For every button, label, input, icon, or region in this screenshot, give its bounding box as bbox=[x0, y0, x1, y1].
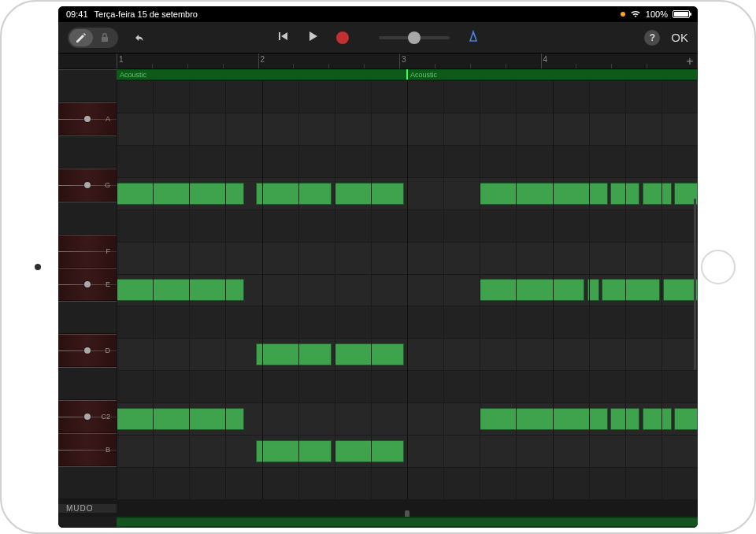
wifi-icon bbox=[630, 10, 641, 18]
midi-note[interactable] bbox=[256, 183, 332, 205]
status-time: 09:41 bbox=[66, 9, 88, 19]
midi-note[interactable] bbox=[643, 408, 672, 430]
fret-dot-icon bbox=[84, 182, 91, 188]
mute-row: MUDO bbox=[58, 499, 698, 517]
status-bar: 09:41 Terça-feira 15 de setembro 100% bbox=[58, 6, 698, 22]
transport-controls bbox=[276, 30, 480, 46]
app-screen: 09:41 Terça-feira 15 de setembro 100% bbox=[58, 6, 698, 528]
string-label: C2 bbox=[101, 413, 110, 421]
ipad-frame: 09:41 Terça-feira 15 de setembro 100% bbox=[0, 0, 756, 534]
fret-dot-icon bbox=[84, 116, 91, 122]
volume-slider[interactable] bbox=[379, 36, 450, 39]
fret-dot-icon bbox=[84, 347, 91, 354]
string-row: D bbox=[58, 334, 117, 367]
midi-note[interactable] bbox=[674, 408, 698, 430]
ruler-bar-label: 3 bbox=[402, 55, 406, 64]
hscroll-thumb[interactable] bbox=[117, 518, 698, 526]
string-label: G bbox=[105, 181, 110, 189]
midi-note[interactable] bbox=[663, 280, 698, 302]
vertical-scroll-indicator[interactable] bbox=[694, 198, 696, 370]
ok-button[interactable]: OK bbox=[671, 31, 688, 44]
string-row bbox=[58, 135, 117, 169]
fret-dot-icon bbox=[84, 281, 91, 287]
edit-mode-toggle[interactable] bbox=[68, 28, 118, 48]
string-row bbox=[58, 466, 117, 499]
toolbar: ? OK bbox=[58, 22, 698, 54]
region-header: Acoustic Acoustic bbox=[117, 69, 698, 80]
string-panel: AGFEDC2B bbox=[58, 69, 117, 499]
note-grid[interactable]: Acoustic Acoustic bbox=[117, 69, 698, 499]
midi-note[interactable] bbox=[335, 440, 405, 462]
undo-button[interactable] bbox=[128, 27, 150, 49]
timeline-ruler[interactable]: 1234 + bbox=[58, 54, 698, 69]
horizontal-scrollbar[interactable] bbox=[58, 517, 698, 528]
battery-percent: 100% bbox=[646, 9, 668, 19]
camera-icon bbox=[35, 264, 41, 270]
ruler-bar-label: 2 bbox=[261, 55, 265, 64]
metronome-button[interactable] bbox=[467, 30, 480, 46]
string-row bbox=[58, 202, 117, 235]
string-label: D bbox=[106, 347, 111, 354]
ruler-bar-label: 1 bbox=[119, 55, 124, 64]
midi-note[interactable] bbox=[335, 183, 405, 205]
string-row: B bbox=[58, 433, 117, 466]
string-row: A bbox=[58, 102, 117, 135]
location-dot-icon bbox=[621, 12, 625, 17]
volume-thumb[interactable] bbox=[408, 32, 421, 44]
rewind-button[interactable] bbox=[276, 30, 289, 46]
status-date: Terça-feira 15 de setembro bbox=[94, 9, 198, 19]
fret-dot-icon bbox=[84, 413, 91, 420]
midi-note[interactable] bbox=[643, 183, 672, 205]
region-tab-1[interactable]: Acoustic bbox=[117, 69, 407, 80]
ruler-bar-label: 4 bbox=[543, 55, 548, 64]
note-editor: AGFEDC2B Acoustic Acoustic bbox=[58, 69, 698, 499]
battery-icon bbox=[673, 10, 690, 18]
midi-note[interactable] bbox=[480, 280, 584, 302]
string-label: B bbox=[106, 446, 110, 454]
string-row: C2 bbox=[58, 400, 117, 433]
midi-note[interactable] bbox=[602, 280, 660, 302]
string-row bbox=[58, 301, 117, 334]
pencil-mode-button[interactable] bbox=[69, 29, 93, 46]
editor-footer: MUDO bbox=[58, 499, 698, 528]
home-button[interactable] bbox=[701, 250, 736, 284]
lock-mode-button[interactable] bbox=[93, 29, 117, 46]
string-row bbox=[58, 69, 117, 102]
string-row: F bbox=[58, 235, 117, 268]
string-row bbox=[58, 367, 117, 400]
help-button[interactable]: ? bbox=[644, 30, 660, 46]
region-tab-2[interactable]: Acoustic bbox=[407, 69, 698, 80]
play-button[interactable] bbox=[306, 30, 319, 46]
string-label: F bbox=[106, 247, 111, 255]
midi-note[interactable] bbox=[335, 343, 405, 365]
string-row: E bbox=[58, 268, 117, 301]
string-row: G bbox=[58, 169, 117, 202]
string-label: E bbox=[106, 280, 110, 288]
add-bar-button[interactable]: + bbox=[682, 54, 698, 69]
mute-button[interactable]: MUDO bbox=[58, 504, 117, 513]
record-button[interactable] bbox=[336, 32, 349, 44]
midi-note[interactable] bbox=[256, 440, 332, 462]
string-label: A bbox=[106, 115, 110, 123]
midi-note[interactable] bbox=[256, 343, 332, 365]
